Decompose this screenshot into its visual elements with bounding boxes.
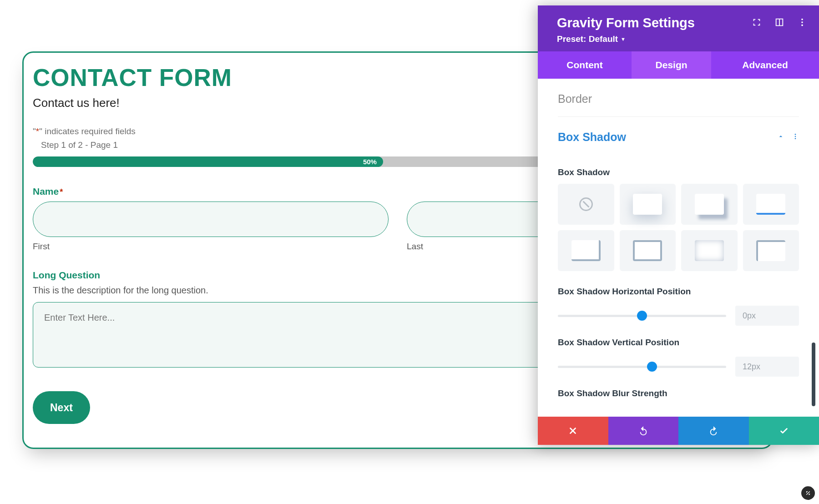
slider-horizontal-label: Box Shadow Horizontal Position — [558, 287, 799, 297]
shadow-preset-corner[interactable] — [558, 230, 614, 271]
redo-icon — [708, 426, 718, 436]
first-name-input[interactable] — [33, 202, 389, 237]
panel-title: Gravity Form Settings — [557, 15, 695, 30]
chevron-up-icon — [777, 133, 784, 142]
tab-design[interactable]: Design — [632, 51, 711, 79]
slider-horizontal-value[interactable]: 0px — [735, 306, 799, 326]
shadow-preset-topleft[interactable] — [743, 230, 799, 271]
svg-point-0 — [801, 18, 803, 20]
undo-button[interactable] — [608, 417, 679, 445]
slider-vertical-label: Box Shadow Vertical Position — [558, 338, 799, 348]
close-icon — [568, 426, 578, 436]
section-box-shadow[interactable]: Box Shadow — [558, 117, 799, 155]
panel-header: Gravity Form Settings Preset: Default▼ — [538, 5, 819, 51]
slider-blur-label: Box Shadow Blur Strength — [558, 388, 799, 398]
box-shadow-label: Box Shadow — [558, 167, 799, 177]
svg-point-3 — [795, 134, 796, 135]
more-icon[interactable] — [792, 133, 799, 142]
none-icon — [579, 197, 593, 211]
tab-advanced[interactable]: Advanced — [711, 51, 819, 79]
progress-pct: 50% — [363, 158, 377, 166]
undo-icon — [638, 426, 648, 436]
svg-point-1 — [801, 21, 803, 23]
close-button[interactable] — [538, 417, 608, 445]
layout-icon[interactable] — [774, 17, 784, 29]
progress-fill: 50% — [33, 156, 383, 167]
svg-point-5 — [795, 138, 796, 139]
tab-content[interactable]: Content — [538, 51, 632, 79]
more-icon[interactable] — [797, 17, 807, 29]
scrollbar-thumb[interactable] — [812, 343, 815, 406]
svg-point-2 — [801, 24, 803, 26]
shadow-preset-inset[interactable] — [681, 230, 738, 271]
slider-thumb[interactable] — [647, 362, 657, 372]
expand-icon[interactable] — [752, 17, 762, 29]
shadow-preset-grid — [558, 184, 799, 271]
chevron-down-icon: ▼ — [621, 36, 626, 42]
first-name-sublabel: First — [33, 242, 389, 252]
preset-selector[interactable]: Preset: Default▼ — [557, 34, 626, 44]
resize-icon — [804, 489, 812, 497]
panel-body: Border Box Shadow Box Shadow Box Shadow … — [538, 79, 819, 417]
shadow-preset-soft[interactable] — [620, 184, 676, 225]
svg-point-4 — [795, 136, 796, 137]
redo-button[interactable] — [678, 417, 749, 445]
slider-thumb[interactable] — [637, 311, 647, 321]
slider-vertical-value[interactable]: 12px — [735, 357, 799, 377]
check-icon — [779, 426, 789, 436]
slider-vertical[interactable] — [558, 366, 726, 368]
resize-handle[interactable] — [800, 485, 816, 501]
shadow-preset-underline[interactable] — [743, 184, 799, 225]
settings-panel: Gravity Form Settings Preset: Default▼ C… — [538, 5, 819, 445]
action-bar — [538, 417, 819, 445]
shadow-preset-drop[interactable] — [681, 184, 738, 225]
section-border[interactable]: Border — [558, 79, 799, 117]
shadow-preset-outline[interactable] — [620, 230, 676, 271]
slider-horizontal[interactable] — [558, 315, 726, 317]
save-button[interactable] — [749, 417, 819, 445]
shadow-preset-none[interactable] — [558, 184, 614, 225]
tab-bar: Content Design Advanced — [538, 51, 819, 79]
next-button[interactable]: Next — [33, 391, 90, 424]
